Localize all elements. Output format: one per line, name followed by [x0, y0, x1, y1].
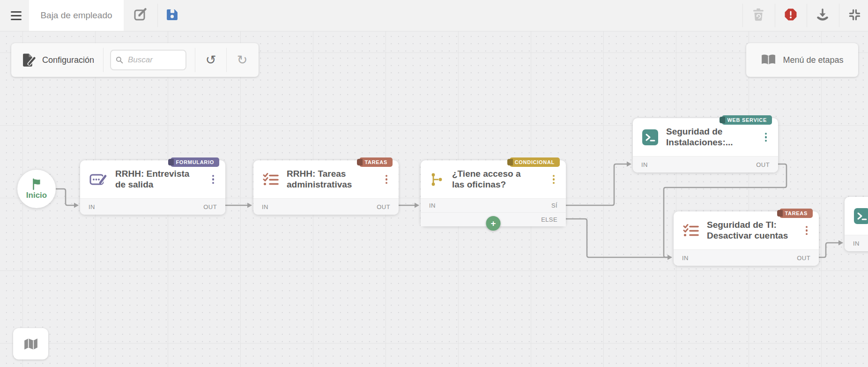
node-title: RRHH: Entrevista de salida — [115, 169, 199, 190]
checklist-icon — [263, 172, 279, 187]
stage-menu-label: Menú de etapas — [783, 55, 843, 65]
search-box — [110, 50, 186, 70]
terminal-icon — [854, 208, 868, 224]
undo-button[interactable]: ↺ — [196, 43, 226, 77]
download-tray-icon — [816, 8, 829, 23]
port-in[interactable]: IN — [641, 161, 648, 168]
kebab-menu-icon[interactable] — [208, 172, 218, 187]
top-bar: Baja de empleado — [0, 0, 868, 31]
discard-changes-button[interactable] — [749, 6, 768, 25]
canvas-toolbar: Configuración ↺ ↻ — [11, 43, 259, 77]
node-rrhh-entrevista[interactable]: FORMULARIO RRHH: Entrevista de salida — [80, 160, 225, 215]
connector-ti-to-next — [819, 243, 840, 257]
checklist-icon — [683, 224, 699, 238]
open-book-icon — [761, 53, 776, 67]
folded-map-icon — [23, 337, 38, 351]
edit-title-button[interactable] — [131, 6, 150, 25]
errors-button[interactable] — [781, 6, 800, 25]
port-out[interactable]: OUT — [756, 161, 770, 168]
kebab-menu-icon[interactable] — [761, 129, 771, 145]
start-label: Inicio — [26, 191, 47, 200]
process-title: Baja de empleado — [29, 0, 124, 31]
branch-icon — [430, 172, 444, 187]
floppy-disk-icon — [166, 8, 178, 23]
node-type-badge: TAREAS — [359, 157, 393, 167]
port-out[interactable]: OUT — [203, 203, 217, 210]
download-button[interactable] — [813, 6, 832, 25]
node-title: RRHH: Tareas administrativas — [287, 169, 370, 190]
process-designer: Baja de empleado — [0, 0, 868, 367]
redo-arrow-icon: ↻ — [237, 52, 248, 67]
connector-si-to-instalaciones — [566, 164, 628, 205]
stage-menu-button[interactable]: Menú de etapas — [746, 43, 858, 77]
add-branch-button[interactable]: + — [486, 216, 501, 231]
node-type-badge: FORMULARIO — [171, 157, 219, 167]
port-in[interactable]: IN — [262, 203, 268, 210]
kebab-menu-icon[interactable] — [382, 172, 392, 187]
node-type-badge: WEB SERVICE — [722, 115, 772, 125]
node-type-badge: CONDICIONAL — [510, 157, 560, 167]
save-button[interactable] — [163, 6, 181, 25]
configuration-label: Configuración — [42, 55, 94, 65]
magnifier-icon — [116, 55, 123, 65]
start-node[interactable]: Inicio — [17, 170, 56, 208]
node-rrhh-tareas[interactable]: TAREAS RRHH: Tareas administrativas — [253, 160, 399, 215]
port-out[interactable]: OUT — [797, 255, 810, 262]
form-icon — [89, 172, 107, 187]
minimap-button[interactable] — [13, 328, 48, 360]
kebab-menu-icon[interactable] — [802, 223, 812, 239]
port-yes[interactable]: SÍ — [551, 202, 557, 209]
hamburger-icon[interactable] — [7, 6, 25, 25]
port-else[interactable]: ELSE — [541, 216, 557, 223]
node-seguridad-ti[interactable]: TAREAS Seguridad de TI: Desactivar cuent… — [674, 211, 819, 266]
document-pencil-icon — [22, 53, 36, 67]
connector-start-to-entrevista — [56, 189, 76, 205]
configuration-button[interactable]: Configuración — [11, 43, 103, 77]
redo-button[interactable]: ↻ — [227, 43, 257, 77]
node-title: Seguridad de TI: Desactivar cuentas — [707, 220, 790, 241]
port-in[interactable]: IN — [89, 203, 95, 210]
connector-else-to-ti — [566, 219, 669, 257]
flag-icon — [31, 178, 43, 190]
node-condicional-oficinas[interactable]: CONDICIONAL ¿Tiene acceso a las oficinas… — [421, 160, 566, 226]
search-input[interactable] — [127, 55, 181, 65]
port-in[interactable]: IN — [853, 240, 860, 247]
compress-arrows-icon — [848, 8, 861, 23]
undo-arrow-icon: ↺ — [206, 52, 216, 67]
edit-square-pencil-icon — [134, 7, 148, 23]
port-out[interactable]: OUT — [377, 203, 390, 210]
terminal-icon — [642, 129, 658, 145]
node-title: Seguridad de Instalaciones:... — [666, 127, 749, 148]
octagon-exclamation-icon — [784, 8, 797, 23]
node-seguridad-instalaciones[interactable]: WEB SERVICE Seguridad de Instalaciones:.… — [633, 118, 778, 172]
node-title: ¿Tiene acceso a las oficinas? — [452, 169, 535, 190]
node-type-badge: TAREAS — [779, 209, 813, 218]
kebab-menu-icon[interactable] — [549, 172, 559, 187]
port-in[interactable]: IN — [429, 202, 436, 209]
workflow-canvas[interactable]: Configuración ↺ ↻ — [0, 31, 868, 367]
trash-restore-icon — [752, 8, 764, 23]
compress-view-button[interactable] — [845, 6, 864, 25]
node-partial-webservice[interactable]: IN — [845, 197, 868, 251]
port-in[interactable]: IN — [682, 255, 689, 262]
